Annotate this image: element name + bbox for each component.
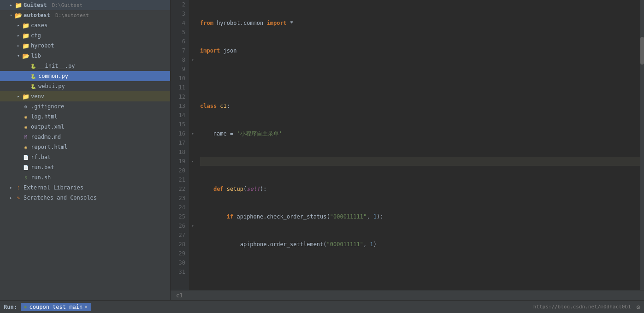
sidebar-item-cfg[interactable]: 📁 cfg — [0, 30, 170, 41]
fold-line-16[interactable]: ▾ — [189, 129, 196, 138]
sidebar-item-scratches[interactable]: ✎ Scratches and Consoles — [0, 193, 170, 203]
run-bat-icon: 📄 — [22, 164, 30, 171]
lib-label: lib — [31, 53, 170, 59]
fold-line-5 — [189, 28, 196, 37]
sidebar-item-rf-bat[interactable]: 📄 rf.bat — [0, 152, 170, 162]
common-label: common.py — [38, 73, 170, 79]
code-lines[interactable]: from hyrobot.common import * import json… — [196, 0, 640, 290]
code-line-4 — [200, 74, 640, 83]
sidebar-item-gitignore[interactable]: ⚙ .gitignore — [0, 101, 170, 112]
venv-label: venv — [31, 93, 170, 100]
fold-line-9 — [189, 65, 196, 74]
fold-line-10 — [189, 74, 196, 83]
log-html-label: log.html — [31, 113, 170, 120]
fold-line-8[interactable]: ▾ — [189, 55, 196, 65]
cfg-label: cfg — [31, 32, 170, 39]
cfg-folder-icon: 📁 — [22, 32, 30, 39]
rf-bat-icon: 📄 — [22, 154, 30, 161]
fold-line-4 — [189, 18, 196, 28]
code-content[interactable]: 2 3 4 5 6 7 8 9 10 11 12 13 14 15 16 17 — [171, 0, 640, 290]
sidebar-item-report-html[interactable]: ◉ report.html — [0, 142, 170, 152]
code-line-8: def setup(self): — [200, 184, 640, 194]
editor-scrollbar-thumb[interactable] — [640, 37, 644, 65]
editor-scrollbar[interactable] — [640, 0, 644, 290]
sidebar-item-cases[interactable]: 📁 cases — [0, 20, 170, 30]
run-sh-label: run.sh — [31, 174, 170, 181]
venv-arrow[interactable] — [15, 94, 22, 99]
gitignore-label: .gitignore — [31, 103, 170, 110]
hyrobot-arrow[interactable] — [15, 43, 22, 48]
sidebar-item-guitest[interactable]: 📁 Guitest D:\Guitest — [0, 0, 170, 10]
sidebar-item-output-xml[interactable]: ◉ output.xml — [0, 122, 170, 132]
fold-line-19[interactable]: ▾ — [189, 157, 196, 166]
fold-line-27 — [189, 230, 196, 240]
fold-line-30 — [189, 258, 196, 267]
run-tab-close[interactable]: ✕ — [84, 304, 88, 310]
autotest-label: autotest D:\autotest — [24, 12, 170, 18]
bottom-right: https://blog.csdn.net/m0dhacl0b1 ⚙ — [533, 303, 640, 311]
scratches-icon: ✎ — [15, 194, 22, 201]
fold-line-26[interactable]: ▾ — [189, 221, 196, 230]
gear-icon[interactable]: ⚙ — [637, 303, 640, 311]
sidebar-item-log-html[interactable]: ◉ log.html — [0, 112, 170, 122]
fold-line-21 — [189, 175, 196, 184]
sidebar-item-autotest[interactable]: 📂 autotest D:\autotest — [0, 10, 170, 20]
fold-line-15 — [189, 120, 196, 129]
venv-folder-icon: 📁 — [22, 93, 30, 100]
cfg-arrow[interactable] — [15, 33, 22, 38]
sidebar-item-run-sh[interactable]: $ run.sh — [0, 172, 170, 183]
report-html-label: report.html — [31, 144, 170, 150]
guitest-label: Guitest D:\Guitest — [24, 2, 170, 8]
sidebar-item-readme[interactable]: M readme.md — [0, 132, 170, 142]
code-line-9: if apiphone.check_order_status("00001111… — [200, 212, 640, 221]
scratches-label: Scratches and Consoles — [24, 195, 170, 201]
sidebar-item-lib[interactable]: 📂 lib — [0, 51, 170, 61]
guitest-arrow[interactable] — [7, 3, 15, 7]
fold-line-23 — [189, 194, 196, 203]
scratches-arrow[interactable] — [7, 195, 15, 200]
fold-line-20 — [189, 166, 196, 175]
fold-line-12 — [189, 92, 196, 101]
sidebar-item-venv[interactable]: 📁 venv — [0, 91, 170, 101]
fold-line-6 — [189, 37, 196, 46]
sidebar-item-hyrobot[interactable]: 📁 hyrobot — [0, 41, 170, 51]
sidebar-item-ext-libs[interactable]: ⫶ External Libraries — [0, 183, 170, 193]
run-tab[interactable]: ▶ coupon_test_main ✕ — [21, 303, 91, 311]
ext-libs-arrow[interactable] — [7, 185, 15, 190]
fold-line-14 — [189, 111, 196, 120]
line-numbers: 2 3 4 5 6 7 8 9 10 11 12 13 14 15 16 17 — [171, 0, 189, 290]
fold-line-2 — [189, 0, 196, 9]
run-sh-icon: $ — [22, 174, 30, 181]
readme-label: readme.md — [31, 134, 170, 140]
fold-line-18 — [189, 148, 196, 157]
run-tab-icon: ▶ — [24, 304, 28, 310]
breadcrumb-class: c1 — [176, 292, 183, 299]
code-line-7 — [200, 157, 640, 166]
code-line-5: class c1: — [200, 101, 640, 111]
sidebar: 📁 Guitest D:\Guitest 📂 autotest D:\autot… — [0, 0, 171, 300]
cases-label: cases — [31, 22, 170, 29]
editor-area: 2 3 4 5 6 7 8 9 10 11 12 13 14 15 16 17 — [171, 0, 644, 300]
status-url: https://blog.csdn.net/m0dhacl0b1 — [533, 304, 631, 310]
cases-arrow[interactable] — [15, 23, 22, 28]
fold-line-11 — [189, 83, 196, 92]
fold-line-31 — [189, 267, 196, 277]
lib-arrow[interactable] — [15, 53, 22, 58]
report-html-icon: ◉ — [22, 143, 30, 151]
ext-libs-icon: ⫶ — [15, 184, 22, 191]
code-line-6: name = '小程序自主录单' — [200, 129, 640, 138]
run-tab-label: coupon_test_main — [30, 304, 83, 310]
breadcrumb-bar: c1 — [171, 290, 644, 300]
fold-line-22 — [189, 184, 196, 194]
fold-line-17 — [189, 138, 196, 148]
code-line-10: apiphone.order_settlement("000011111", 1… — [200, 240, 640, 249]
sidebar-item-webui[interactable]: 🐍 webui.py — [0, 81, 170, 91]
fold-line-7 — [189, 46, 196, 55]
code-with-scrollbar: 2 3 4 5 6 7 8 9 10 11 12 13 14 15 16 17 — [171, 0, 644, 290]
sidebar-item-common[interactable]: 🐍 common.py — [0, 71, 170, 81]
fold-line-25 — [189, 212, 196, 221]
sidebar-item-run-bat[interactable]: 📄 run.bat — [0, 162, 170, 172]
autotest-arrow[interactable] — [7, 13, 15, 18]
cases-folder-icon: 📁 — [22, 22, 30, 29]
sidebar-item-init[interactable]: 🐍 __init__.py — [0, 61, 170, 71]
